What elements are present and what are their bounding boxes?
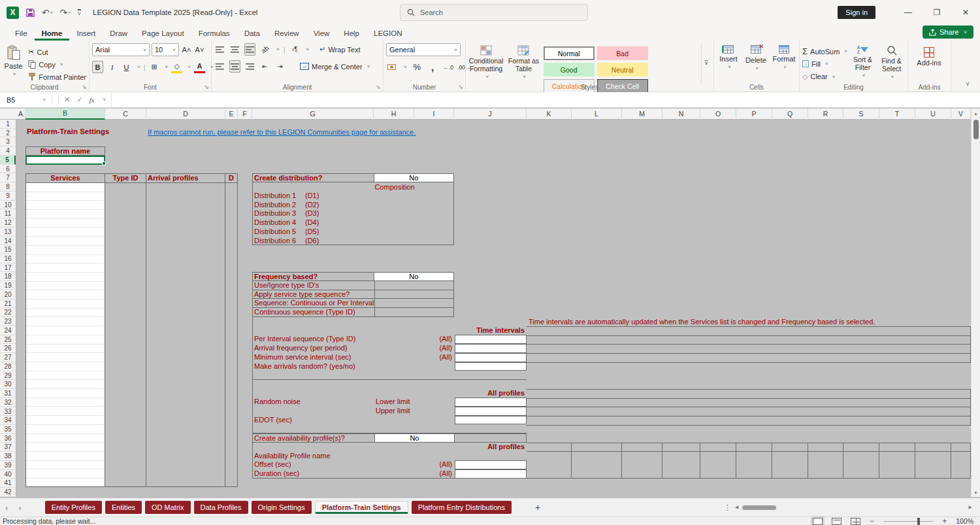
availability-band-cell[interactable] <box>572 452 622 479</box>
format-as-table-button[interactable]: Format as Table ˅ <box>508 43 540 82</box>
availability-band-cell[interactable] <box>736 452 772 479</box>
column-header-U[interactable]: U <box>915 109 951 120</box>
new-sheet-button[interactable]: + <box>535 502 540 513</box>
borders-icon[interactable]: ⊞ <box>149 61 160 73</box>
borders-dropdown-icon[interactable]: ˅ <box>165 64 169 70</box>
underline-dropdown-icon[interactable]: ˅ <box>137 64 140 70</box>
availability-band-cell[interactable] <box>808 452 843 479</box>
align-top-icon[interactable] <box>214 43 225 56</box>
row-header-27[interactable]: 27 <box>0 353 16 362</box>
column-header-F[interactable]: F <box>238 109 252 120</box>
sheet-tab-platform-entry-distributions[interactable]: Platform Entry Distributions <box>412 501 512 514</box>
customize-quick-access-icon[interactable]: ˅ <box>78 9 81 16</box>
zoom-out-icon[interactable]: − <box>870 517 874 525</box>
decrease-indent-icon[interactable]: ⇤ <box>259 60 270 73</box>
autosum-button[interactable]: ΣAutoSum˅ <box>802 46 847 57</box>
column-header-K[interactable]: K <box>527 109 572 120</box>
delete-cells-button[interactable]: ✕ Delete ˅ <box>744 43 768 82</box>
bold-button[interactable]: B <box>92 61 103 73</box>
insert-cells-dropdown-icon[interactable]: ˅ <box>728 64 731 70</box>
clear-button[interactable]: ◇Clear˅ <box>802 71 847 82</box>
orientation-icon[interactable]: ab <box>257 41 273 58</box>
fill-dropdown-icon[interactable]: ˅ <box>825 61 828 67</box>
row-header-19[interactable]: 19 <box>0 281 16 290</box>
search-input[interactable]: Search <box>400 4 588 21</box>
availability-band-cell[interactable] <box>662 443 700 452</box>
horizontal-scrollbar[interactable]: ◀ ▶ <box>735 498 980 517</box>
close-button[interactable]: ✕ <box>951 0 980 25</box>
availability-band-cell[interactable] <box>951 452 971 479</box>
frequency-option-cell[interactable] <box>374 290 453 299</box>
number-dialog-launcher-icon[interactable]: ⇘ <box>458 84 463 90</box>
row-header-38[interactable]: 38 <box>0 452 16 461</box>
cancel-entry-icon[interactable]: ✕ <box>64 95 70 104</box>
availability-band-cell[interactable] <box>951 443 971 452</box>
font-color-icon[interactable]: A <box>194 61 205 73</box>
row-header-23[interactable]: 23 <box>0 317 16 326</box>
availability-band-cell[interactable] <box>879 443 915 452</box>
availability-band-cell[interactable] <box>527 443 572 452</box>
scroll-up-icon[interactable]: ▲ <box>973 109 978 118</box>
row-header-29[interactable]: 29 <box>0 371 16 381</box>
row-header-26[interactable]: 26 <box>0 344 16 353</box>
delete-cells-dropdown-icon[interactable]: ˅ <box>755 65 759 71</box>
align-bottom-icon[interactable] <box>244 43 255 56</box>
normal-view-icon[interactable] <box>813 518 823 525</box>
lower-limit-cell[interactable] <box>455 398 527 407</box>
text-direction-icon[interactable]: ›¶ <box>289 43 301 56</box>
align-right-icon[interactable] <box>244 60 255 73</box>
sheet-tab-data-profiles[interactable]: Data Profiles <box>194 501 248 514</box>
undo-icon[interactable]: ↶˅ <box>42 7 53 18</box>
restore-button[interactable]: ❐ <box>923 0 951 25</box>
name-box[interactable]: B5˅ <box>0 96 46 104</box>
ribbon-tab-home[interactable]: Home <box>35 27 70 41</box>
availability-band-cell[interactable] <box>915 452 951 479</box>
availability-band-cell[interactable] <box>622 452 662 479</box>
insert-function-icon[interactable]: fx <box>89 96 94 104</box>
excel-app-icon[interactable]: X <box>7 7 19 19</box>
availability-band-cell[interactable] <box>843 452 879 479</box>
scroll-down-icon[interactable]: ▼ <box>973 488 978 497</box>
prev-sheet-icon[interactable]: ‹ <box>0 503 13 513</box>
redo-icon[interactable]: ↷˅ <box>59 7 71 18</box>
offset-cell[interactable] <box>455 460 527 469</box>
alignment-dialog-launcher-icon[interactable]: ⇘ <box>376 84 381 90</box>
share-button[interactable]: Share ˅ <box>923 25 973 39</box>
column-header-J[interactable]: J <box>454 109 527 120</box>
paste-button[interactable]: Paste ˅ <box>3 43 24 82</box>
ribbon-tab-insert[interactable]: Insert <box>69 27 103 41</box>
availability-band-cell[interactable] <box>772 443 808 452</box>
selected-cell-b5[interactable] <box>25 156 105 165</box>
clear-dropdown-icon[interactable]: ˅ <box>832 74 836 80</box>
conditional-formatting-button[interactable]: Conditional Formatting ˅ <box>468 43 504 82</box>
collapse-ribbon-icon[interactable]: ˅ <box>966 80 970 88</box>
styles-gallery-more-icon[interactable]: ⊽ <box>701 43 711 82</box>
decrease-font-icon[interactable]: A˅ <box>194 44 205 56</box>
row-header-18[interactable]: 18 <box>0 272 16 281</box>
row-header-34[interactable]: 34 <box>0 416 16 425</box>
horizontal-scroll-thumb[interactable] <box>742 505 776 510</box>
frequency-option-cell[interactable] <box>374 281 453 290</box>
scroll-left-icon[interactable]: ◀ <box>735 503 738 512</box>
row-header-41[interactable]: 41 <box>0 479 16 488</box>
row-header-39[interactable]: 39 <box>0 461 16 470</box>
percent-style-icon[interactable]: % <box>412 61 423 73</box>
column-header-A[interactable]: A <box>16 109 25 120</box>
column-header-H[interactable]: H <box>374 109 414 120</box>
ribbon-tab-formulas[interactable]: Formulas <box>191 27 237 41</box>
cell-style-good[interactable]: Good <box>544 63 595 76</box>
ribbon-tab-page-layout[interactable]: Page Layout <box>135 27 191 41</box>
vertical-scrollbar[interactable]: ▲ ▼ <box>971 109 980 497</box>
d-column[interactable] <box>225 183 237 486</box>
row-header-6[interactable]: 6 <box>0 165 16 174</box>
row-header-22[interactable]: 22 <box>0 308 16 317</box>
services-input-column[interactable] <box>26 183 105 486</box>
column-header-E[interactable]: E <box>225 109 238 120</box>
sheet-grid[interactable]: Platform-Train Settings If macros cannot… <box>16 120 971 498</box>
page-layout-view-icon[interactable] <box>832 518 841 525</box>
column-header-D[interactable]: D <box>146 109 225 120</box>
row-header-20[interactable]: 20 <box>0 290 16 299</box>
clipboard-dialog-launcher-icon[interactable]: ⇘ <box>82 84 87 90</box>
row-header-15[interactable]: 15 <box>0 245 16 254</box>
availability-band-cell[interactable] <box>808 443 843 452</box>
